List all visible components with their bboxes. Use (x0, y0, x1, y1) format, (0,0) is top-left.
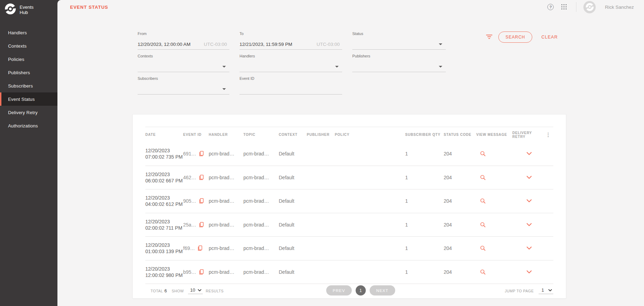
delivery-retry-expand-button[interactable] (526, 223, 532, 227)
event-id-cell: f69… (183, 245, 209, 251)
sidebar-item-label: Handlers (8, 30, 27, 35)
delivery-retry-cell (512, 246, 546, 250)
chevron-down-icon (526, 270, 532, 274)
sidebar-item-label: Subscribers (8, 83, 33, 89)
table-row: 12/20/2023 02:00:02 711 PM 25a… pcm-brad… (145, 213, 553, 237)
copy-event-id-button[interactable] (199, 175, 204, 180)
chevron-down-icon (222, 66, 226, 68)
view-message-button[interactable] (480, 269, 486, 275)
table-row: 12/20/2023 01:00:03 139 PM f69… pcm-brad… (145, 237, 553, 260)
topic-cell: pcm-brad… (243, 175, 279, 180)
status-code-cell: 204 (444, 269, 476, 275)
date-cell: 12/20/2023 01:00:03 139 PM (145, 242, 183, 255)
sidebar-item-policies[interactable]: Policies (0, 53, 57, 66)
filters-panel: From 12/20/2023, 12:00:00 AM UTC-03:00 T… (138, 31, 446, 95)
delivery-retry-expand-button[interactable] (526, 152, 532, 155)
contexts-label: Contexts (138, 53, 229, 58)
view-message-button[interactable] (480, 174, 486, 181)
to-datetime-field[interactable]: To 12/21/2023, 11:59:59 PM UTC-03:00 (240, 31, 342, 50)
apps-grid-icon[interactable] (561, 4, 567, 10)
delivery-retry-expand-button[interactable] (526, 176, 532, 179)
from-datetime-field[interactable]: From 12/20/2023, 12:00:00 AM UTC-03:00 (138, 31, 229, 50)
column-header-view-message: VIEW MESSAGE (476, 133, 512, 137)
sidebar-item-delivery-retry[interactable]: Delivery Retry (0, 106, 57, 119)
column-header-policy: POLICY (335, 133, 405, 137)
contexts-select[interactable]: Contexts (138, 53, 229, 72)
main-content: EVENT STATUS ? Rick Sanchez From 12/20/2… (57, 0, 644, 306)
context-cell: Default (279, 222, 307, 228)
sidebar-item-publishers[interactable]: Publishers (0, 66, 57, 79)
clear-button[interactable]: CLEAR (541, 32, 558, 43)
avatar[interactable] (583, 1, 596, 13)
from-label: From (138, 31, 229, 36)
publishers-select[interactable]: Publishers (352, 53, 446, 72)
prev-page-button[interactable]: PREV (326, 285, 352, 295)
table-row: 12/20/2023 04:00:02 612 PM 905… pcm-brad… (145, 189, 553, 213)
table-row: 12/20/2023 12:00:02 980 PM b95… pcm-brad… (145, 260, 553, 284)
show-results-select[interactable]: 10 (188, 287, 203, 294)
delivery-retry-expand-button[interactable] (526, 270, 532, 274)
filter-list-icon[interactable] (486, 35, 492, 40)
column-header-status-code: STATUS CODE (444, 133, 476, 137)
events-hub-logo-icon (5, 3, 16, 16)
sidebar-item-authorizations[interactable]: Authorizations (0, 119, 57, 132)
results-card: DATE EVENT ID HANDLER TOPIC CONTEXT PUBL… (132, 114, 566, 299)
chevron-down-icon (526, 223, 532, 227)
copy-event-id-button[interactable] (199, 222, 204, 228)
view-message-button[interactable] (480, 198, 486, 204)
view-message-button[interactable] (480, 245, 486, 251)
help-icon[interactable]: ? (547, 4, 554, 10)
total-label: TOTAL (151, 289, 163, 293)
delivery-retry-cell (512, 270, 546, 274)
magnifier-icon (480, 198, 486, 204)
sidebar-item-event-status[interactable]: Event Status (0, 92, 57, 106)
delivery-retry-expand-button[interactable] (526, 246, 532, 250)
handlers-select[interactable]: Handlers (240, 53, 342, 72)
avatar-logo-icon (586, 3, 594, 11)
context-cell: Default (279, 198, 307, 204)
copy-event-id-button[interactable] (199, 198, 204, 204)
sidebar-item-subscribers[interactable]: Subscribers (0, 79, 57, 92)
event-id-cell: 691… (183, 151, 209, 157)
copy-icon (199, 269, 204, 275)
magnifier-icon (480, 222, 486, 228)
sidebar-item-contexts[interactable]: Contexts (0, 39, 57, 53)
from-value: 12/20/2023, 12:00:00 AM (138, 42, 191, 47)
context-cell: Default (279, 245, 307, 251)
view-message-cell (476, 245, 512, 251)
column-header-publisher: PUBLISHER (307, 133, 335, 137)
view-message-button[interactable] (480, 222, 486, 228)
chevron-down-icon (335, 66, 339, 68)
jump-to-page-value: 1 (541, 287, 544, 293)
column-options-kebab-icon[interactable]: ⋮ (546, 133, 553, 137)
column-header-event-id: EVENT ID (183, 133, 209, 137)
status-select[interactable]: Status (352, 31, 446, 50)
app-logo[interactable]: EventsHub (0, 0, 57, 16)
search-button[interactable]: SEARCH (498, 32, 532, 43)
next-page-button[interactable]: NEXT (369, 285, 395, 295)
event-id-field[interactable]: Event ID (240, 76, 342, 95)
sidebar-item-handlers[interactable]: Handlers (0, 26, 57, 39)
chevron-down-icon (222, 88, 226, 90)
topic-cell: pcm-brad… (243, 269, 279, 275)
copy-event-id-button[interactable] (199, 269, 204, 275)
jump-to-page-select[interactable]: 1 (539, 287, 553, 294)
subscribers-label: Subscribers (138, 76, 229, 81)
sidebar-item-label: Authorizations (8, 123, 38, 128)
subscribers-select[interactable]: Subscribers (138, 76, 229, 95)
topbar-divider (576, 2, 576, 12)
column-header-subscriber-qty: SUBSCRIBER QTY (405, 133, 444, 137)
current-page-button[interactable]: 1 (355, 285, 366, 295)
column-header-handler: HANDLER (209, 133, 243, 137)
copy-event-id-button[interactable] (199, 151, 204, 157)
chevron-down-icon (526, 152, 532, 155)
column-header-context: CONTEXT (279, 133, 307, 137)
subscriber-qty-cell: 1 (405, 175, 444, 180)
view-message-button[interactable] (480, 151, 486, 157)
view-message-cell (476, 174, 512, 181)
table-row: 12/20/2023 07:00:02 735 PM 691… pcm-brad… (145, 142, 553, 166)
user-name: Rick Sanchez (605, 5, 634, 10)
copy-event-id-button[interactable] (197, 245, 203, 251)
status-code-cell: 204 (444, 245, 476, 251)
delivery-retry-expand-button[interactable] (526, 199, 532, 203)
